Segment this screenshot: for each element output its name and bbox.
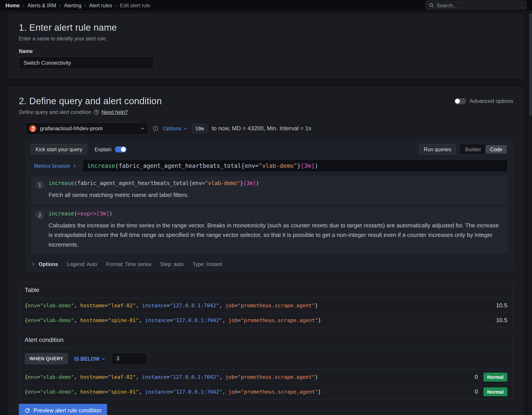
breadcrumb-separator: › [23, 3, 24, 8]
refresh-icon [25, 408, 30, 413]
state-badge: Normal [484, 372, 507, 381]
toggle-knob [455, 99, 460, 104]
series-value: 10.5 [496, 317, 507, 324]
advanced-options-toggle[interactable] [454, 98, 466, 104]
editor-mode-switch: Builder Code [460, 144, 508, 154]
name-label: Name [19, 48, 513, 54]
query-option-item: Legend: Auto [67, 261, 97, 267]
code-mode-button[interactable]: Code [486, 145, 507, 154]
explain-step: 2 increase(<expr>[3m]) Calculates the in… [31, 207, 508, 254]
series-value: 0 [475, 374, 478, 380]
chevron-down-icon [141, 126, 145, 131]
step1-card: 1. Enter alert rule name Enter a name to… [9, 14, 523, 78]
series-labels: {env="vlab-demo", hostname="spine-01", i… [25, 317, 321, 323]
options-row-label: Options [39, 261, 58, 267]
scrollbar-thumb[interactable] [529, 13, 532, 116]
query-options-label: Options [163, 125, 181, 132]
explain-steps: 1 increase(fabric_agent_agent_heartbeats… [31, 176, 508, 254]
metrics-browser-label: Metrics browser [34, 163, 70, 169]
step1-title: 1. Enter alert rule name [19, 22, 513, 33]
threshold-input[interactable] [112, 352, 147, 365]
breadcrumb-item[interactable]: Alert rules [89, 2, 112, 8]
series-labels: {env="vlab-demo", hostname="leaf-02", in… [25, 374, 318, 380]
builder-mode-button[interactable]: Builder [461, 145, 486, 154]
breadcrumb-item: Edit alert rule [120, 2, 150, 8]
breadcrumb: Home›Alerts & IRM›Alerting›Alert rules›E… [6, 2, 150, 8]
step-expression: increase(<expr>[3m]) [48, 211, 502, 217]
preview-button-label: Preview alert rule condition [34, 407, 101, 414]
alert-condition-panel: Alert condition WHEN QUERY IS BELOW {env… [19, 332, 513, 399]
step2-card: 2. Define query and alert condition Adva… [9, 87, 523, 415]
top-nav: Home›Alerts & IRM›Alerting›Alert rules›E… [0, 0, 532, 11]
query-options-row: Options Legend: AutoFormat: Time seriesS… [31, 258, 508, 268]
table-panel: Table {env="vlab-demo", hostname="leaf-0… [19, 282, 513, 328]
series-labels: {env="vlab-demo", hostname="leaf-02", in… [25, 302, 318, 309]
breadcrumb-item[interactable]: Home [6, 2, 20, 8]
series-row: {env="vlab-demo", hostname="leaf-02", in… [19, 369, 513, 384]
datasource-row: grafanacloud-hhdev-prom Options 10m to n… [25, 122, 513, 135]
series-value: 0 [475, 388, 478, 395]
run-queries-button[interactable]: Run queries [419, 144, 456, 154]
step-description: Fetch all series matching metric name an… [48, 190, 502, 200]
datasource-picker[interactable]: grafanacloud-hhdev-prom [25, 122, 149, 135]
step2-title: 2. Define query and alert condition [19, 96, 162, 107]
time-range-text: to now, MD = 43200, Min. Interval = 1s [212, 125, 311, 132]
step-description: Calculates the increase in the time seri… [48, 221, 502, 250]
explain-toggle[interactable] [115, 146, 126, 152]
help-circle-icon [94, 109, 99, 115]
prometheus-icon [29, 125, 37, 132]
breadcrumb-separator: › [115, 3, 117, 8]
breadcrumb-item[interactable]: Alerting [64, 2, 81, 8]
chevron-right-icon [31, 262, 35, 266]
breadcrumb-separator: › [59, 3, 61, 8]
alert-name-input[interactable] [19, 57, 154, 69]
datasource-name: grafanacloud-hhdev-prom [40, 125, 137, 132]
table-panel-title: Table [19, 282, 513, 298]
step-number: 2 [36, 211, 44, 220]
series-value: 10.5 [496, 302, 507, 309]
series-row: {env="vlab-demo", hostname="spine-01", i… [19, 313, 513, 328]
step1-description: Enter a name to identify your alert rule… [19, 36, 513, 41]
step-expression: increase(fabric_agent_agent_heartbeats_t… [48, 180, 502, 186]
main-content: 1. Enter alert rule name Enter a name to… [0, 11, 532, 415]
breadcrumb-separator: › [85, 3, 86, 8]
advanced-options-label: Advanced options [470, 98, 513, 104]
state-badge: Normal [484, 387, 507, 396]
when-query-label: WHEN QUERY [25, 353, 68, 364]
step-number: 1 [36, 180, 44, 189]
alert-condition-controls: WHEN QUERY IS BELOW [19, 348, 513, 370]
series-row: {env="vlab-demo", hostname="spine-01", i… [19, 384, 513, 399]
metrics-browser-button[interactable]: Metrics browser [31, 160, 83, 172]
explain-step: 1 increase(fabric_agent_agent_heartbeats… [31, 176, 508, 204]
query-editor: Kick start your query Explain Run querie… [25, 140, 513, 272]
search-input[interactable] [437, 2, 523, 8]
time-range-badge: 10m [192, 124, 207, 133]
explain-label: Explain [95, 146, 112, 152]
query-option-item: Type: Instant [192, 261, 222, 267]
grafana-alert-rule-editor: Home›Alerts & IRM›Alerting›Alert rules›E… [0, 0, 532, 415]
operator-label: IS BELOW [74, 356, 100, 362]
promql-query-input[interactable]: increase(fabric_agent_agent_heartbeats_t… [83, 160, 508, 172]
toggle-knob [121, 147, 126, 152]
query-option-item: Format: Time series [106, 261, 151, 267]
need-help-link[interactable]: Need help? [102, 109, 128, 115]
options-expander[interactable]: Options [31, 261, 58, 267]
kick-start-query-button[interactable]: Kick start your query [31, 144, 87, 154]
info-circle-icon [153, 126, 158, 131]
step2-description: Define query and alert condition [19, 109, 91, 115]
preview-alert-rule-button[interactable]: Preview alert rule condition [19, 404, 107, 415]
search-box[interactable] [425, 1, 526, 9]
alert-condition-title: Alert condition [19, 332, 513, 348]
search-icon [429, 3, 434, 8]
series-labels: {env="vlab-demo", hostname="spine-01", i… [25, 389, 321, 395]
series-row: {env="vlab-demo", hostname="leaf-02", in… [19, 298, 513, 313]
condition-operator-select[interactable]: IS BELOW [74, 356, 105, 362]
query-options-button[interactable]: Options [163, 125, 187, 132]
query-option-item: Step: auto [160, 261, 184, 267]
page-scrollbar[interactable] [529, 11, 532, 415]
breadcrumb-item[interactable]: Alerts & IRM [27, 2, 56, 8]
